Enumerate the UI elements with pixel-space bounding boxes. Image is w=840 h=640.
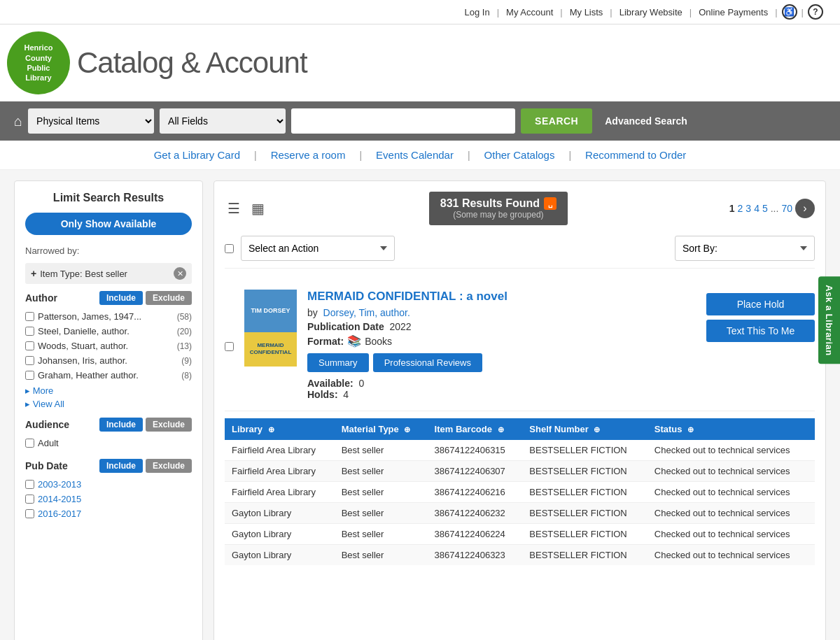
- page-5[interactable]: 5: [762, 203, 768, 214]
- author-view-all-link[interactable]: View All: [25, 399, 192, 409]
- nav-sep-3: |: [610, 7, 612, 17]
- author-facet-item: Woods, Stuart, author. (13): [25, 339, 192, 353]
- nav-links-bar: Get a Library Card | Reserve a room | Ev…: [0, 141, 840, 170]
- col-library[interactable]: Library ⊕: [225, 418, 335, 440]
- nav-sep-6: |: [802, 7, 804, 17]
- list-view-icon[interactable]: ☰: [225, 197, 243, 220]
- site-logo: Henrico County Public Library: [7, 31, 70, 94]
- availability-info: Available: 0 Holds: 4: [307, 378, 696, 400]
- action-select[interactable]: Select an Action Add to My List Place Ho…: [241, 236, 395, 261]
- my-lists-link[interactable]: My Lists: [570, 7, 603, 17]
- field-select[interactable]: All Fields Title Author Subject ISBN: [160, 108, 286, 134]
- place-hold-button[interactable]: Place Hold: [706, 293, 815, 315]
- select-all-checkbox[interactable]: [225, 244, 234, 253]
- result-author-link[interactable]: Dorsey, Tim, author.: [323, 307, 410, 318]
- pub-date-checkbox-2[interactable]: [25, 509, 34, 518]
- author-facet-item: Johansen, Iris, author. (9): [25, 353, 192, 368]
- nav-library-card[interactable]: Get a Library Card: [140, 149, 254, 161]
- audience-checkbox-0[interactable]: [25, 439, 34, 448]
- cell-material: Best seller: [335, 482, 428, 503]
- grid-view-icon[interactable]: ▦: [248, 197, 267, 220]
- nav-sep-1: |: [497, 7, 499, 17]
- result-title-link[interactable]: MERMAID CONFIDENTIAL : a novel: [307, 290, 696, 304]
- author-checkbox-3[interactable]: [25, 356, 34, 365]
- audience-exclude-button[interactable]: Exclude: [146, 418, 192, 432]
- page-last[interactable]: 70: [781, 203, 792, 214]
- text-this-to-me-button[interactable]: Text This To Me: [706, 320, 815, 342]
- ask-librarian-tab[interactable]: Ask a Librarian: [818, 276, 840, 364]
- author-exclude-button[interactable]: Exclude: [146, 291, 192, 305]
- view-toggle: ☰ ▦: [225, 197, 267, 220]
- pub-date-link-2[interactable]: 2016-2017: [38, 509, 81, 519]
- pub-date-facet-label: Pub Date: [25, 460, 68, 471]
- pub-date-list: 2003-2013 2014-2015 2016-2017: [25, 477, 192, 521]
- col-material-type[interactable]: Material Type ⊕: [335, 418, 428, 440]
- rss-icon[interactable]: ␣: [544, 197, 556, 210]
- author-checkbox-4[interactable]: [25, 371, 34, 380]
- nav-sep-2: |: [560, 7, 562, 17]
- author-checkbox-0[interactable]: [25, 312, 34, 321]
- cell-barcode: 38674122406232: [428, 503, 523, 524]
- filter-plus-icon: +: [31, 268, 36, 279]
- author-checkbox-1[interactable]: [25, 327, 34, 336]
- author-include-button[interactable]: Include: [99, 291, 143, 305]
- nav-other-catalogs[interactable]: Other Catalogs: [470, 149, 569, 161]
- cell-material: Best seller: [335, 545, 428, 566]
- pub-date-item: 2016-2017: [25, 506, 192, 521]
- logo-text: Henrico County Public Library: [24, 43, 53, 83]
- pub-date-exclude-button[interactable]: Exclude: [146, 459, 192, 473]
- nav-reserve-room[interactable]: Reserve a room: [257, 149, 360, 161]
- cell-library: Fairfield Area Library: [225, 461, 335, 482]
- search-input[interactable]: [291, 108, 515, 134]
- search-button[interactable]: SEARCH: [521, 108, 592, 134]
- author-checkbox-2[interactable]: [25, 341, 34, 350]
- page-4[interactable]: 4: [754, 203, 760, 214]
- format-select[interactable]: Physical Items Digital Items All Items: [28, 108, 154, 134]
- page-next-button[interactable]: ›: [795, 199, 815, 218]
- status-sort-icon: ⊕: [687, 425, 694, 434]
- home-icon[interactable]: ⌂: [14, 113, 22, 129]
- audience-facet-label: Audience: [25, 419, 69, 430]
- author-facet-item: Patterson, James, 1947... (58): [25, 309, 192, 324]
- table-row: Gayton LibraryBest seller38674122406224B…: [225, 524, 815, 545]
- result-checkbox[interactable]: [225, 293, 234, 400]
- sidebar-title: Limit Search Results: [25, 192, 192, 204]
- my-account-link[interactable]: My Account: [506, 7, 553, 17]
- col-shelf-number[interactable]: Shelf Number ⊕: [522, 418, 647, 440]
- pub-date-checkbox-0[interactable]: [25, 480, 34, 489]
- col-item-barcode[interactable]: Item Barcode ⊕: [428, 418, 523, 440]
- accessibility-icon[interactable]: ♿: [782, 4, 797, 20]
- page-3[interactable]: 3: [746, 203, 751, 214]
- login-link[interactable]: Log In: [465, 7, 490, 17]
- search-bar: ⌂ Physical Items Digital Items All Items…: [0, 101, 840, 141]
- results-toolbar: ☰ ▦ 831 Results Found ␣ (Some may be gro…: [225, 192, 815, 225]
- nav-recommend-order[interactable]: Recommend to Order: [571, 149, 700, 161]
- page-2[interactable]: 2: [738, 203, 743, 214]
- online-payments-link[interactable]: Online Payments: [699, 7, 768, 17]
- professional-reviews-button[interactable]: Professional Reviews: [373, 353, 482, 372]
- nav-events-calendar[interactable]: Events Calendar: [362, 149, 468, 161]
- holdings-table-container: Library ⊕ Material Type ⊕ Item Barcode ⊕: [225, 411, 815, 565]
- pub-date-checkbox-1[interactable]: [25, 495, 34, 504]
- summary-button[interactable]: Summary: [307, 353, 369, 372]
- pub-date-link-0[interactable]: 2003-2013: [38, 479, 81, 490]
- pub-date-link-1[interactable]: 2014-2015: [38, 494, 81, 504]
- cell-library: Fairfield Area Library: [225, 482, 335, 503]
- advanced-search-link[interactable]: Advanced Search: [605, 115, 687, 127]
- sort-by-select[interactable]: Sort By: Relevance Title (A-Z) Title (Z-…: [675, 236, 815, 261]
- table-row: Gayton LibraryBest seller38674122406323B…: [225, 545, 815, 566]
- help-icon[interactable]: ?: [808, 4, 823, 20]
- results-area: ☰ ▦ 831 Results Found ␣ (Some may be gro…: [214, 180, 826, 640]
- pub-date-include-button[interactable]: Include: [99, 459, 143, 473]
- col-status[interactable]: Status ⊕: [648, 418, 815, 440]
- author-facet-item: Steel, Danielle, author. (20): [25, 324, 192, 339]
- cell-barcode: 38674122406224: [428, 524, 523, 545]
- filter-text: Item Type: Best seller: [40, 269, 127, 279]
- table-row: Fairfield Area LibraryBest seller3867412…: [225, 461, 815, 482]
- author-more-link[interactable]: More: [25, 385, 192, 396]
- library-website-link[interactable]: Library Website: [620, 7, 682, 17]
- only-available-button[interactable]: Only Show Available: [25, 213, 192, 235]
- page-1[interactable]: 1: [729, 203, 735, 214]
- audience-include-button[interactable]: Include: [99, 418, 143, 432]
- remove-filter-button[interactable]: ✕: [174, 267, 186, 280]
